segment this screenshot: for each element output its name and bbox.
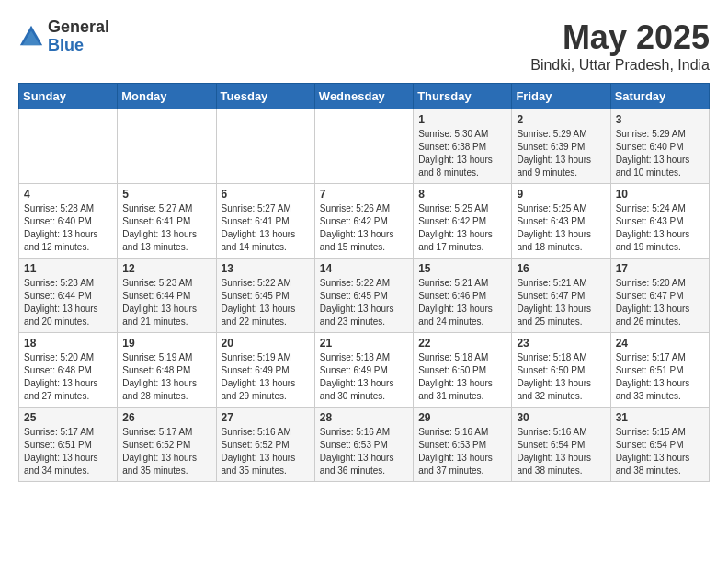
logo: General Blue xyxy=(18,18,109,55)
header-monday: Monday xyxy=(118,84,216,109)
day-number: 19 xyxy=(122,337,210,350)
day-info: Sunrise: 5:22 AM Sunset: 6:45 PM Dayligh… xyxy=(222,277,310,328)
calendar-cell: 7Sunrise: 5:26 AM Sunset: 6:42 PM Daylig… xyxy=(314,184,413,259)
calendar-cell: 17Sunrise: 5:20 AM Sunset: 6:47 PM Dayli… xyxy=(610,259,709,333)
calendar-cell: 27Sunrise: 5:16 AM Sunset: 6:52 PM Dayli… xyxy=(216,408,314,482)
calendar-cell: 24Sunrise: 5:17 AM Sunset: 6:51 PM Dayli… xyxy=(610,333,709,408)
day-number: 4 xyxy=(24,188,112,201)
day-info: Sunrise: 5:18 AM Sunset: 6:49 PM Dayligh… xyxy=(320,351,408,403)
calendar-cell: 3Sunrise: 5:29 AM Sunset: 6:40 PM Daylig… xyxy=(610,109,709,184)
day-info: Sunrise: 5:19 AM Sunset: 6:48 PM Dayligh… xyxy=(122,351,210,403)
day-info: Sunrise: 5:17 AM Sunset: 6:51 PM Dayligh… xyxy=(616,351,704,403)
calendar-week-2: 4Sunrise: 5:28 AM Sunset: 6:40 PM Daylig… xyxy=(19,184,710,259)
logo-general: General xyxy=(48,18,109,37)
day-info: Sunrise: 5:25 AM Sunset: 6:42 PM Dayligh… xyxy=(418,202,506,254)
day-info: Sunrise: 5:26 AM Sunset: 6:42 PM Dayligh… xyxy=(320,202,408,254)
calendar-cell: 9Sunrise: 5:25 AM Sunset: 6:43 PM Daylig… xyxy=(512,184,610,259)
calendar-cell: 5Sunrise: 5:27 AM Sunset: 6:41 PM Daylig… xyxy=(118,184,216,259)
day-number: 28 xyxy=(320,411,408,424)
header-sunday: Sunday xyxy=(19,84,118,109)
day-number: 23 xyxy=(517,337,605,350)
calendar-cell: 6Sunrise: 5:27 AM Sunset: 6:41 PM Daylig… xyxy=(216,184,314,259)
logo-icon xyxy=(18,24,44,50)
day-info: Sunrise: 5:27 AM Sunset: 6:41 PM Dayligh… xyxy=(222,202,310,254)
day-number: 24 xyxy=(616,337,704,350)
day-number: 5 xyxy=(122,188,210,201)
day-number: 13 xyxy=(222,262,310,275)
calendar-cell: 29Sunrise: 5:16 AM Sunset: 6:53 PM Dayli… xyxy=(414,408,512,482)
calendar-cell: 16Sunrise: 5:21 AM Sunset: 6:47 PM Dayli… xyxy=(512,259,610,333)
day-info: Sunrise: 5:15 AM Sunset: 6:54 PM Dayligh… xyxy=(616,426,704,477)
day-info: Sunrise: 5:21 AM Sunset: 6:47 PM Dayligh… xyxy=(517,277,605,328)
calendar-cell: 8Sunrise: 5:25 AM Sunset: 6:42 PM Daylig… xyxy=(414,184,512,259)
day-info: Sunrise: 5:30 AM Sunset: 6:38 PM Dayligh… xyxy=(418,128,506,179)
day-info: Sunrise: 5:27 AM Sunset: 6:41 PM Dayligh… xyxy=(122,202,210,254)
day-info: Sunrise: 5:20 AM Sunset: 6:47 PM Dayligh… xyxy=(616,277,704,328)
day-info: Sunrise: 5:18 AM Sunset: 6:50 PM Dayligh… xyxy=(517,351,605,403)
day-number: 17 xyxy=(616,262,704,275)
calendar-cell: 20Sunrise: 5:19 AM Sunset: 6:49 PM Dayli… xyxy=(216,333,314,408)
day-info: Sunrise: 5:16 AM Sunset: 6:53 PM Dayligh… xyxy=(418,426,506,477)
subtitle: Bindki, Uttar Pradesh, India xyxy=(530,57,710,74)
calendar-table: SundayMondayTuesdayWednesdayThursdayFrid… xyxy=(18,83,710,482)
header-tuesday: Tuesday xyxy=(216,84,314,109)
day-info: Sunrise: 5:16 AM Sunset: 6:52 PM Dayligh… xyxy=(222,426,310,477)
day-number: 11 xyxy=(24,262,112,275)
calendar-cell: 26Sunrise: 5:17 AM Sunset: 6:52 PM Dayli… xyxy=(118,408,216,482)
header-saturday: Saturday xyxy=(610,84,709,109)
calendar-cell: 13Sunrise: 5:22 AM Sunset: 6:45 PM Dayli… xyxy=(216,259,314,333)
day-number: 12 xyxy=(122,262,210,275)
calendar-cell: 18Sunrise: 5:20 AM Sunset: 6:48 PM Dayli… xyxy=(19,333,118,408)
day-number: 29 xyxy=(418,411,506,424)
day-number: 25 xyxy=(24,411,112,424)
day-number: 10 xyxy=(616,188,704,201)
day-number: 18 xyxy=(24,337,112,350)
calendar-header-row: SundayMondayTuesdayWednesdayThursdayFrid… xyxy=(19,84,710,109)
day-info: Sunrise: 5:28 AM Sunset: 6:40 PM Dayligh… xyxy=(24,202,112,254)
day-number: 31 xyxy=(616,411,704,424)
day-info: Sunrise: 5:23 AM Sunset: 6:44 PM Dayligh… xyxy=(24,277,112,328)
calendar-cell: 1Sunrise: 5:30 AM Sunset: 6:38 PM Daylig… xyxy=(414,109,512,184)
day-number: 14 xyxy=(320,262,408,275)
calendar-cell xyxy=(314,109,413,184)
calendar-cell: 23Sunrise: 5:18 AM Sunset: 6:50 PM Dayli… xyxy=(512,333,610,408)
day-info: Sunrise: 5:25 AM Sunset: 6:43 PM Dayligh… xyxy=(517,202,605,254)
header-wednesday: Wednesday xyxy=(314,84,413,109)
logo-text: General Blue xyxy=(48,18,109,55)
day-number: 7 xyxy=(320,188,408,201)
day-number: 27 xyxy=(222,411,310,424)
calendar-cell: 14Sunrise: 5:22 AM Sunset: 6:45 PM Dayli… xyxy=(314,259,413,333)
day-info: Sunrise: 5:21 AM Sunset: 6:46 PM Dayligh… xyxy=(418,277,506,328)
calendar-cell: 2Sunrise: 5:29 AM Sunset: 6:39 PM Daylig… xyxy=(512,109,610,184)
day-info: Sunrise: 5:16 AM Sunset: 6:53 PM Dayligh… xyxy=(320,426,408,477)
calendar-week-1: 1Sunrise: 5:30 AM Sunset: 6:38 PM Daylig… xyxy=(19,109,710,184)
day-number: 2 xyxy=(517,113,605,126)
calendar-cell: 12Sunrise: 5:23 AM Sunset: 6:44 PM Dayli… xyxy=(118,259,216,333)
main-title: May 2025 xyxy=(530,18,710,57)
calendar-cell: 19Sunrise: 5:19 AM Sunset: 6:48 PM Dayli… xyxy=(118,333,216,408)
day-number: 8 xyxy=(418,188,506,201)
calendar-cell: 28Sunrise: 5:16 AM Sunset: 6:53 PM Dayli… xyxy=(314,408,413,482)
calendar-cell: 22Sunrise: 5:18 AM Sunset: 6:50 PM Dayli… xyxy=(414,333,512,408)
calendar-cell xyxy=(19,109,118,184)
day-info: Sunrise: 5:16 AM Sunset: 6:54 PM Dayligh… xyxy=(517,426,605,477)
page-header: General Blue May 2025 Bindki, Uttar Prad… xyxy=(18,18,710,74)
day-info: Sunrise: 5:17 AM Sunset: 6:51 PM Dayligh… xyxy=(24,426,112,477)
day-info: Sunrise: 5:22 AM Sunset: 6:45 PM Dayligh… xyxy=(320,277,408,328)
logo-blue: Blue xyxy=(48,37,109,55)
day-info: Sunrise: 5:20 AM Sunset: 6:48 PM Dayligh… xyxy=(24,351,112,403)
calendar-cell: 21Sunrise: 5:18 AM Sunset: 6:49 PM Dayli… xyxy=(314,333,413,408)
day-number: 15 xyxy=(418,262,506,275)
header-thursday: Thursday xyxy=(414,84,512,109)
day-number: 1 xyxy=(418,113,506,126)
day-number: 21 xyxy=(320,337,408,350)
calendar-cell: 4Sunrise: 5:28 AM Sunset: 6:40 PM Daylig… xyxy=(19,184,118,259)
day-info: Sunrise: 5:18 AM Sunset: 6:50 PM Dayligh… xyxy=(418,351,506,403)
calendar-cell xyxy=(118,109,216,184)
day-info: Sunrise: 5:23 AM Sunset: 6:44 PM Dayligh… xyxy=(122,277,210,328)
calendar-cell: 30Sunrise: 5:16 AM Sunset: 6:54 PM Dayli… xyxy=(512,408,610,482)
day-number: 30 xyxy=(517,411,605,424)
day-number: 3 xyxy=(616,113,704,126)
day-info: Sunrise: 5:19 AM Sunset: 6:49 PM Dayligh… xyxy=(222,351,310,403)
calendar-cell: 15Sunrise: 5:21 AM Sunset: 6:46 PM Dayli… xyxy=(414,259,512,333)
